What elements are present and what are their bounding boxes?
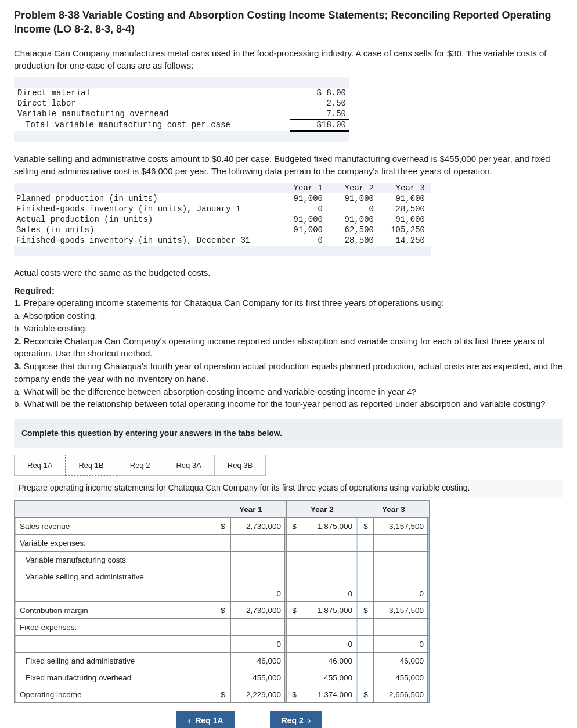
data-cell: 14,250 (380, 235, 431, 246)
data-cell: 0 (329, 204, 380, 214)
data-row-label: Planned production (in units) (14, 193, 277, 204)
cost-row-label: Direct labor (14, 98, 290, 109)
next-tab-button[interactable]: Req 2 › (270, 711, 323, 728)
answer-cell[interactable]: 2,730,000 (231, 518, 285, 535)
answer-cell[interactable] (231, 535, 285, 552)
answer-year-header: Year 2 (287, 501, 358, 518)
answer-row-label[interactable]: Operating income (16, 686, 215, 703)
req-3a: a. What will be the difference between a… (14, 387, 416, 397)
answer-cell[interactable]: 0 (231, 636, 285, 653)
answer-cell[interactable] (374, 535, 428, 552)
answer-year-header: Year 3 (358, 501, 430, 518)
paragraph-2: Variable selling and administrative cost… (14, 153, 563, 177)
currency-symbol: $ (215, 602, 231, 619)
answer-cell[interactable]: 1,374,000 (302, 686, 356, 703)
answer-cell[interactable] (302, 535, 356, 552)
answer-cell[interactable]: 0 (231, 585, 285, 602)
currency-symbol: $ (358, 686, 374, 703)
data-cell: 62,500 (329, 225, 380, 235)
answer-row-label[interactable] (16, 585, 215, 602)
requirements-block: Required: 1. Prepare operating income st… (14, 284, 563, 411)
instruction-bar: Complete this question by entering your … (14, 419, 563, 448)
answer-cell[interactable] (374, 568, 428, 585)
answer-cell[interactable]: 46,000 (374, 653, 428, 669)
data-cell: 91,000 (380, 214, 431, 225)
data-cell: 28,500 (329, 235, 380, 246)
answer-cell[interactable]: 0 (374, 636, 428, 653)
years-data-table: Year 1Year 2Year 3 Planned production (i… (14, 183, 431, 256)
answer-cell[interactable]: 46,000 (302, 653, 356, 669)
answer-cell[interactable] (231, 619, 285, 636)
year-header: Year 1 (277, 183, 329, 193)
data-cell: 91,000 (277, 193, 329, 204)
data-cell: 28,500 (380, 204, 431, 214)
cost-row-label: Direct material (14, 88, 290, 98)
req-1a: a. Absorption costing. (14, 311, 97, 320)
currency-symbol: $ (287, 518, 302, 535)
answer-cell[interactable]: 46,000 (231, 653, 285, 669)
answer-row-label[interactable]: Fixed manufacturing overhead (16, 669, 215, 686)
answer-cell[interactable]: 0 (374, 585, 428, 602)
data-cell: 91,000 (380, 193, 431, 204)
tab-instruction: Prepare operating income statements for … (14, 480, 563, 498)
data-cell: 0 (277, 204, 329, 214)
req-3b: b. What will be the relationship between… (14, 399, 546, 409)
data-row-label: Finished-goods inventory (in units), Dec… (14, 235, 277, 246)
answer-cell[interactable]: 455,000 (302, 669, 356, 686)
tab-req-1b[interactable]: Req 1B (65, 455, 117, 476)
answer-cell[interactable]: 2,656,500 (374, 686, 428, 703)
prev-label: Req 1A (195, 716, 223, 725)
currency-symbol: $ (358, 602, 374, 619)
data-row-label: Actual production (in units) (14, 214, 277, 225)
answer-cell[interactable] (302, 619, 356, 636)
answer-cell[interactable] (302, 552, 356, 568)
cost-row-label: Total variable manufacturing cost per ca… (14, 119, 290, 131)
year-header: Year 2 (329, 183, 380, 193)
answer-cell[interactable] (231, 568, 285, 585)
answer-row-label[interactable]: Fixed selling and administrative (16, 653, 215, 669)
answer-cell[interactable]: 0 (302, 585, 356, 602)
tab-row: Req 1A Req 1B Req 2 Req 3A Req 3B (14, 455, 563, 476)
data-cell: 91,000 (329, 193, 380, 204)
prev-tab-button[interactable]: ‹ Req 1A (176, 711, 235, 728)
currency-symbol: $ (215, 518, 231, 535)
answer-table: Year 1 Year 2 Year 3 Sales revenue $2,73… (14, 500, 430, 703)
answer-row-label[interactable]: Sales revenue (16, 518, 215, 535)
answer-cell[interactable] (374, 552, 428, 568)
page-title: Problem 8-38 Variable Costing and Absorp… (14, 8, 563, 37)
data-row-label: Sales (in units) (14, 225, 277, 235)
answer-cell[interactable]: 2,229,000 (231, 686, 285, 703)
answer-cell[interactable] (302, 568, 356, 585)
answer-cell[interactable]: 455,000 (374, 669, 428, 686)
data-cell: 0 (277, 235, 329, 246)
next-label: Req 2 (282, 716, 304, 725)
year-header: Year 3 (380, 183, 431, 193)
answer-row-label[interactable]: Variable selling and administrative (16, 568, 215, 585)
answer-cell[interactable]: 2,730,000 (231, 602, 285, 619)
answer-cell[interactable]: 3,157,500 (374, 518, 428, 535)
answer-cell[interactable]: 455,000 (231, 669, 285, 686)
answer-cell[interactable] (374, 619, 428, 636)
cost-row-value: 2.50 (290, 98, 349, 109)
answer-cell[interactable]: 1,875,000 (302, 518, 356, 535)
currency-symbol: $ (358, 518, 374, 535)
answer-row-label[interactable] (16, 636, 215, 653)
tab-req-1a[interactable]: Req 1A (14, 455, 66, 476)
answer-row-label[interactable]: Contribution margin (16, 602, 215, 619)
answer-cell[interactable]: 1,875,000 (302, 602, 356, 619)
answer-cell[interactable] (231, 552, 285, 568)
data-cell: 91,000 (329, 214, 380, 225)
answer-cell[interactable]: 3,157,500 (374, 602, 428, 619)
answer-row-label[interactable]: Variable manufacturing costs (16, 552, 215, 568)
answer-row-label: Variable expenses: (16, 535, 215, 552)
cost-row-value: 7.50 (290, 109, 349, 120)
cost-row-value: $ 8.00 (290, 88, 349, 98)
currency-symbol: $ (287, 686, 302, 703)
data-cell: 105,250 (380, 225, 431, 235)
cost-row-value: $18.00 (290, 119, 349, 131)
tab-req-3b[interactable]: Req 3B (214, 455, 266, 476)
intro-paragraph: Chataqua Can Company manufactures metal … (14, 47, 563, 71)
tab-req-3a[interactable]: Req 3A (163, 455, 214, 476)
answer-cell[interactable]: 0 (302, 636, 356, 653)
tab-req-2[interactable]: Req 2 (117, 455, 164, 476)
